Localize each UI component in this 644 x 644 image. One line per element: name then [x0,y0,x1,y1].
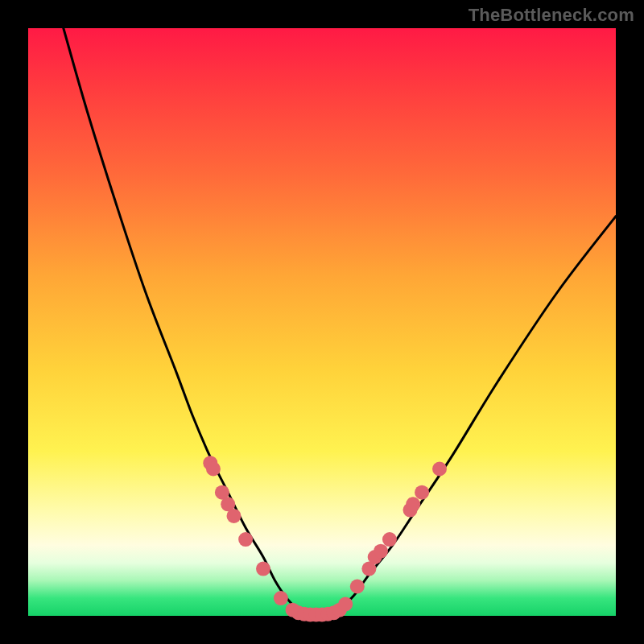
bottleneck-curve [64,28,616,617]
data-point [256,562,270,576]
data-point [382,532,397,547]
data-point [238,532,253,547]
data-point [227,509,242,523]
data-point [415,485,429,500]
data-point [374,544,388,559]
plot-area [28,28,616,616]
curve-group [64,28,616,617]
data-point [338,597,353,611]
data-point [206,462,221,477]
data-point [350,580,365,594]
chart-frame: TheBottleneck.com [0,0,644,644]
data-point [432,462,447,477]
curve-svg [28,28,616,616]
dots-group [203,456,447,621]
watermark-text: TheBottleneck.com [469,5,634,26]
data-point [274,591,288,605]
data-point [406,497,420,511]
